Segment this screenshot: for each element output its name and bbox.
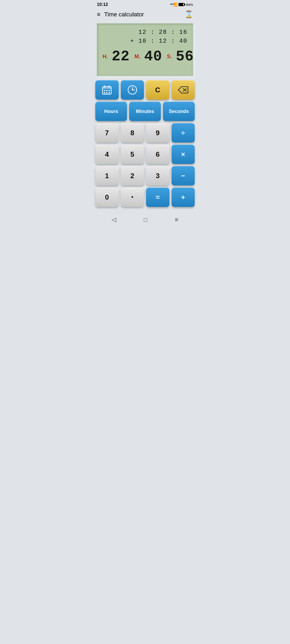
keypad-row-6: 0 · = + xyxy=(95,188,195,207)
clock-icon xyxy=(127,85,137,95)
toolbar: ≡ Time calculator ⌛ xyxy=(93,8,197,21)
button-6[interactable]: 6 xyxy=(146,145,169,164)
menu-icon[interactable]: ≡ xyxy=(97,12,100,17)
backspace-icon xyxy=(178,86,189,94)
battery-level: 84% xyxy=(186,3,193,7)
button-5[interactable]: 5 xyxy=(121,145,144,164)
calendar-icon xyxy=(102,85,112,95)
menu-nav[interactable]: ≡ xyxy=(169,214,184,225)
seconds-button[interactable]: Seconds xyxy=(163,102,195,121)
bottom-nav: ◁ □ ≡ xyxy=(93,210,197,231)
clock-button[interactable] xyxy=(121,80,144,100)
minutes-label: M. xyxy=(135,53,140,60)
hours-label: H. xyxy=(103,53,108,60)
signal-icon: ⁴⁴ᴳ📶 xyxy=(170,3,177,7)
button-7[interactable]: 7 xyxy=(95,123,119,142)
status-time: 10:12 xyxy=(97,2,108,7)
add-button[interactable]: + xyxy=(172,188,195,207)
battery-icon xyxy=(179,3,184,6)
equals-button[interactable]: = xyxy=(146,188,169,207)
status-right: ⁴⁴ᴳ📶 84% xyxy=(170,3,193,7)
keypad-row-5: 1 2 3 − xyxy=(95,166,195,185)
svg-rect-4 xyxy=(104,90,105,91)
svg-rect-5 xyxy=(106,90,108,91)
display-line1: 12 : 28 : 16 xyxy=(103,28,187,37)
app-title: Time calculator xyxy=(104,11,184,18)
button-2[interactable]: 2 xyxy=(121,166,144,185)
keypad-row-1: C xyxy=(95,80,195,100)
svg-rect-8 xyxy=(106,92,108,93)
subtract-button[interactable]: − xyxy=(172,166,195,185)
keypad-row-3: 7 8 9 ÷ xyxy=(95,123,195,142)
keypad-row-2: Hours Minutes Seconds xyxy=(95,102,195,121)
display-line2: + 10 : 12 : 40 xyxy=(103,37,187,46)
button-9[interactable]: 9 xyxy=(146,123,169,142)
svg-point-13 xyxy=(132,89,133,90)
display-result: H. 22 M. 40 S. 56 xyxy=(103,48,187,65)
dot-button[interactable]: · xyxy=(121,188,144,207)
seconds-label: S. xyxy=(167,53,172,60)
status-bar: 10:12 ⁴⁴ᴳ📶 84% xyxy=(93,0,197,8)
button-8[interactable]: 8 xyxy=(121,123,144,142)
home-nav[interactable]: □ xyxy=(138,214,153,225)
backspace-button[interactable] xyxy=(172,80,195,100)
svg-rect-6 xyxy=(108,90,110,91)
back-nav[interactable]: ◁ xyxy=(106,214,122,225)
display-expressions: 12 : 28 : 16 + 10 : 12 : 40 xyxy=(103,28,187,46)
minutes-value: 40 xyxy=(144,48,162,65)
seconds-value: 56 xyxy=(176,48,194,65)
svg-rect-1 xyxy=(103,87,111,89)
history-icon[interactable]: ⌛ xyxy=(184,10,193,19)
keypad-row-4: 4 5 6 × xyxy=(95,145,195,164)
svg-rect-7 xyxy=(104,92,105,93)
divide-button[interactable]: ÷ xyxy=(172,123,195,142)
multiply-button[interactable]: × xyxy=(172,145,195,164)
button-1[interactable]: 1 xyxy=(95,166,119,185)
button-0[interactable]: 0 xyxy=(95,188,119,207)
hours-button[interactable]: Hours xyxy=(95,102,127,121)
calculator-display: 12 : 28 : 16 + 10 : 12 : 40 H. 22 M. 40 … xyxy=(96,23,194,76)
hours-value: 22 xyxy=(112,48,130,65)
clear-button[interactable]: C xyxy=(146,80,169,100)
button-3[interactable]: 3 xyxy=(146,166,169,185)
svg-rect-9 xyxy=(108,92,110,93)
keypad: C Hours Minutes Seconds 7 8 9 ÷ 4 5 6 × … xyxy=(93,80,197,210)
minutes-button[interactable]: Minutes xyxy=(129,102,161,121)
button-4[interactable]: 4 xyxy=(95,145,119,164)
calendar-button[interactable] xyxy=(95,80,119,100)
